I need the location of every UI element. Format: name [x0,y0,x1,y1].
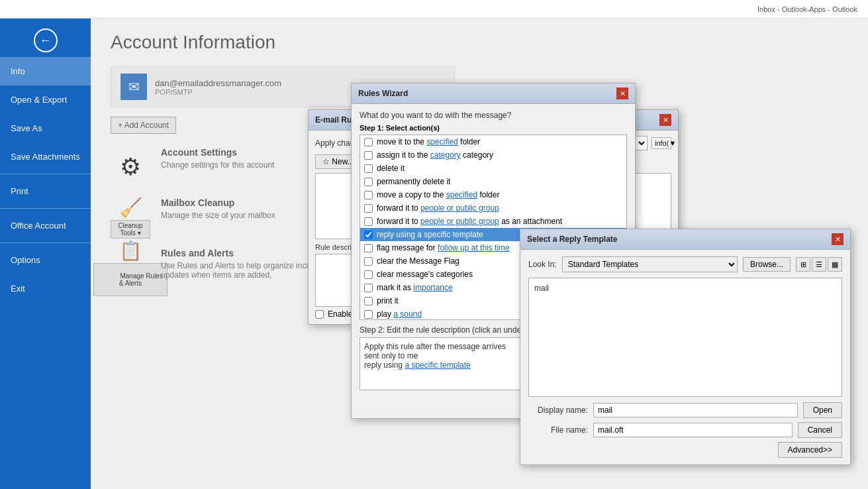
rw-action-forward-attachment[interactable]: forward it to people or public group as … [360,215,626,228]
rw-perm-delete-text: permanently delete it [377,177,450,186]
view-buttons-group: ⊞ ☰ ▦ [796,257,842,272]
open-button[interactable]: Open [803,402,842,418]
sidebar-options-label: Options [11,255,40,265]
file-name-label: File name: [528,425,588,435]
rw-action-perm-delete[interactable]: permanently delete it [360,175,626,188]
back-button[interactable]: ← [29,24,62,57]
sidebar-item-options[interactable]: Options [0,246,91,274]
info-dropdown[interactable]: info(▼ [651,137,671,149]
rw-action-assign-category[interactable]: assign it to the category category [360,148,626,162]
breadcrumb: Inbox - Outlook-Apps - Outlook [757,5,857,13]
sidebar-save-attachments-label: Save Attachments [11,152,80,162]
reply-template-title: Select a Reply Template [527,235,618,244]
view-details-button[interactable]: ▦ [828,257,842,272]
rw-check-print[interactable] [364,297,373,305]
rules-wizard-title: Rules Wizard [358,89,408,98]
enable-rss-checkbox[interactable] [315,310,324,319]
rw-step1-label: Step 1: Select action(s) [360,124,627,132]
file-name-input[interactable] [593,423,793,437]
rw-check-clear-categories[interactable] [364,270,373,279]
sidebar-divider-1 [0,174,91,174]
rw-check-play-sound[interactable] [364,310,373,319]
rw-check-move-copy[interactable] [364,191,373,199]
rw-clear-categories-text: clear message's categories [377,270,473,279]
rw-flag-followup-text: flag message for follow up at this time [377,243,510,252]
rw-check-move-folder[interactable] [364,138,373,146]
rules-wizard-titlebar: Rules Wizard ✕ [352,83,635,104]
sidebar-exit-label: Exit [11,284,25,294]
email-rules-close-button[interactable]: ✕ [659,114,671,126]
sidebar-item-print[interactable]: Print [0,177,91,205]
rw-action-move-folder[interactable]: move it to the specified folder [360,135,626,148]
rt-file-area: mail [528,278,842,397]
sidebar-open-export-label: Open & Export [11,95,67,105]
display-name-label: Display name: [528,406,588,415]
new-rule-label: ☆ New... [322,157,354,166]
rw-desc-link[interactable]: a specific template [405,360,470,370]
sidebar-item-office-account[interactable]: Office Account [0,211,91,240]
sidebar-office-account-label: Office Account [11,221,66,231]
sidebar: ← Info Open & Export Save As Save Attach… [0,19,91,489]
sidebar-save-as-label: Save As [11,123,42,133]
browse-button[interactable]: Browse... [743,257,791,272]
rw-action-delete[interactable]: delete it [360,162,626,175]
sidebar-item-save-attachments[interactable]: Save Attachments [0,142,91,171]
advanced-button[interactable]: Advanced>> [778,442,842,458]
sidebar-info-label: Info [11,66,25,76]
sidebar-print-label: Print [11,186,28,196]
reply-template-titlebar: Select a Reply Template ✕ [520,229,850,250]
info-dropdown-label: info(▼ [655,139,676,147]
rw-print-text: print it [377,296,399,305]
cancel-template-button[interactable]: Cancel [798,422,842,438]
sidebar-item-exit[interactable]: Exit [0,274,91,303]
look-in-row: Look In: Standard Templates Browse... ⊞ … [528,256,842,272]
sidebar-item-info[interactable]: Info [0,57,91,85]
back-circle-icon: ← [34,28,58,52]
view-large-icons-button[interactable]: ⊞ [796,257,810,272]
rw-check-flag-followup[interactable] [364,244,373,252]
rw-mark-importance-text: mark it as importance [377,283,453,292]
file-name-row: File name: Cancel [528,422,842,438]
look-in-label: Look In: [528,260,557,269]
rw-action-forward-people[interactable]: forward it to people or public group [360,201,626,215]
rw-action-move-copy[interactable]: move a copy to the specified folder [360,188,626,201]
display-name-input[interactable] [593,403,798,417]
rw-check-assign-category[interactable] [364,151,373,160]
sidebar-divider-3 [0,243,91,243]
rw-move-folder-text: move it to the specified folder [377,137,480,146]
rw-check-mark-importance[interactable] [364,284,373,292]
rw-reply-template-text: reply using a specific template [377,230,483,239]
rw-check-delete[interactable] [364,164,373,173]
reply-template-close-button[interactable]: ✕ [832,233,844,245]
rw-forward-people-text: forward it to people or public group [377,203,499,213]
rw-play-sound-text: play a sound [377,309,422,319]
rw-check-perm-delete[interactable] [364,178,373,186]
rw-forward-attachment-text: forward it to people or public group as … [377,217,562,226]
rw-check-clear-flag[interactable] [364,257,373,266]
rules-wizard-close-button[interactable]: ✕ [616,87,628,99]
sidebar-item-save-as[interactable]: Save As [0,114,91,142]
rt-bottom-row: Advanced>> [528,442,842,458]
reply-template-content: Look In: Standard Templates Browse... ⊞ … [520,250,850,464]
sidebar-divider-2 [0,208,91,209]
look-in-select[interactable]: Standard Templates [562,256,738,272]
reply-template-dialog: Select a Reply Template ✕ Look In: Stand… [520,229,851,465]
view-list-button[interactable]: ☰ [812,257,826,272]
rt-file-item[interactable]: mail [534,284,836,293]
rw-check-reply-template[interactable] [364,231,373,239]
rw-assign-category-text: assign it to the category category [377,150,493,160]
top-bar: Inbox - Outlook-Apps - Outlook [0,0,868,19]
rw-delete-text: delete it [377,164,405,173]
rw-clear-flag-text: clear the Message Flag [377,256,459,266]
rw-what-label: What do you want to do with the message? [360,111,627,120]
display-name-row: Display name: Open [528,402,842,418]
sidebar-item-open-export[interactable]: Open & Export [0,85,91,114]
rw-check-forward-attachment[interactable] [364,217,373,226]
rw-check-forward-people[interactable] [364,204,373,213]
rw-move-copy-text: move a copy to the specified folder [377,190,499,199]
